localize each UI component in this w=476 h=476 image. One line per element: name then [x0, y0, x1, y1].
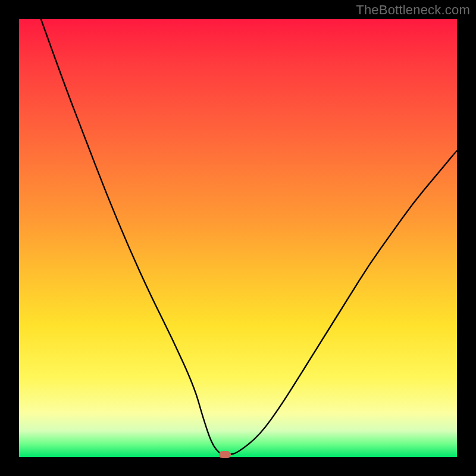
plot-area	[19, 19, 457, 457]
curve-path	[41, 19, 457, 455]
minimum-marker	[219, 451, 231, 458]
bottleneck-curve	[19, 19, 457, 457]
watermark-text: TheBottleneck.com	[356, 2, 470, 18]
chart-frame: TheBottleneck.com	[0, 0, 476, 476]
